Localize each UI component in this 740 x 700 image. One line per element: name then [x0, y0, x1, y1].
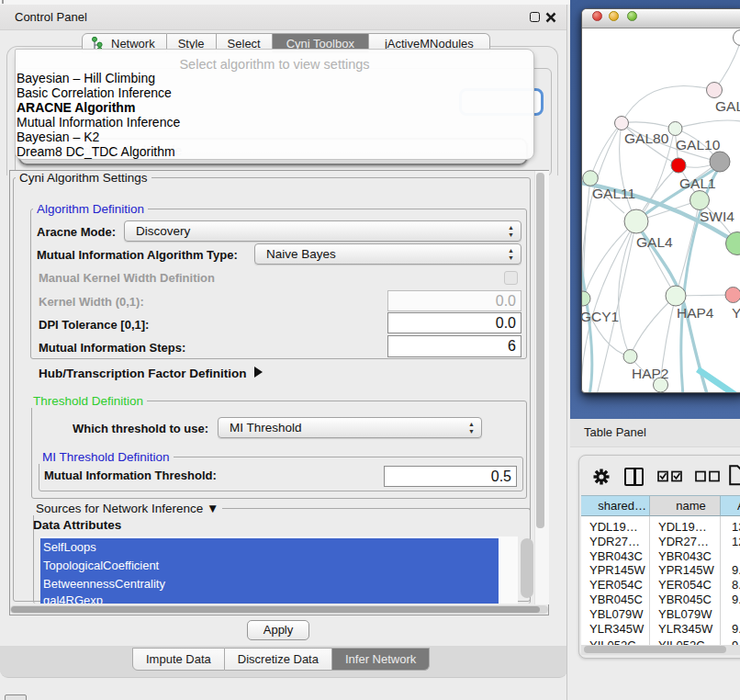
- svg-text:GAL11: GAL11: [592, 186, 635, 201]
- svg-text:GAL10: GAL10: [676, 137, 721, 152]
- svg-text:GCY1: GCY1: [582, 309, 619, 324]
- svg-text:GAL4: GAL4: [636, 234, 673, 250]
- svg-text:HAP4: HAP4: [677, 305, 714, 321]
- svg-text:GAL1: GAL1: [679, 175, 716, 191]
- svg-text:HAP2: HAP2: [632, 366, 669, 381]
- svg-text:SWI4: SWI4: [700, 209, 734, 224]
- svg-text:GAL: GAL: [715, 98, 740, 114]
- svg-text:GAL80: GAL80: [624, 130, 669, 146]
- svg-text:Y: Y: [732, 305, 740, 321]
